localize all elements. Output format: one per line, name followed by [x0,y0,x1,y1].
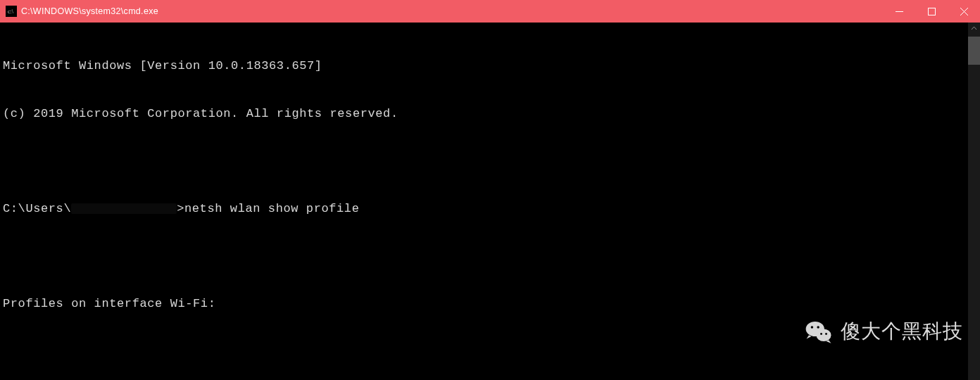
prompt-command: >netsh wlan show profile [177,202,359,215]
maximize-button[interactable] [915,0,948,23]
wechat-icon [804,317,834,346]
close-button[interactable] [948,0,980,23]
blank-line [3,248,980,265]
blank-line [3,153,980,170]
scroll-up-arrow-icon[interactable] [968,23,980,34]
interface-header: Profiles on interface Wi-Fi: [3,296,980,312]
window-title: C:\WINDOWS\system32\cmd.exe [21,6,158,16]
svg-point-8 [811,326,814,329]
minimize-button[interactable] [883,0,915,23]
svg-point-10 [820,333,822,335]
redacted-username [71,203,177,214]
svg-text:c:\: c:\ [8,8,14,15]
watermark-text: 傻大个黑科技 [841,318,963,345]
svg-point-11 [825,333,827,335]
window-titlebar: c:\ C:\WINDOWS\system32\cmd.exe [0,0,980,23]
cmd-icon: c:\ [6,6,17,17]
scrollbar-thumb[interactable] [968,37,980,65]
version-line: Microsoft Windows [Version 10.0.18363.65… [3,58,980,75]
svg-marker-12 [807,335,812,338]
svg-point-7 [817,329,831,342]
prompt-line: C:\Users\>netsh wlan show profile [3,201,980,217]
vertical-scrollbar[interactable] [968,23,980,380]
watermark: 傻大个黑科技 [804,317,963,346]
prompt-prefix: C:\Users\ [3,202,71,215]
svg-point-9 [817,326,819,329]
copyright-line: (c) 2019 Microsoft Corporation. All righ… [3,106,980,122]
svg-rect-3 [928,8,935,15]
